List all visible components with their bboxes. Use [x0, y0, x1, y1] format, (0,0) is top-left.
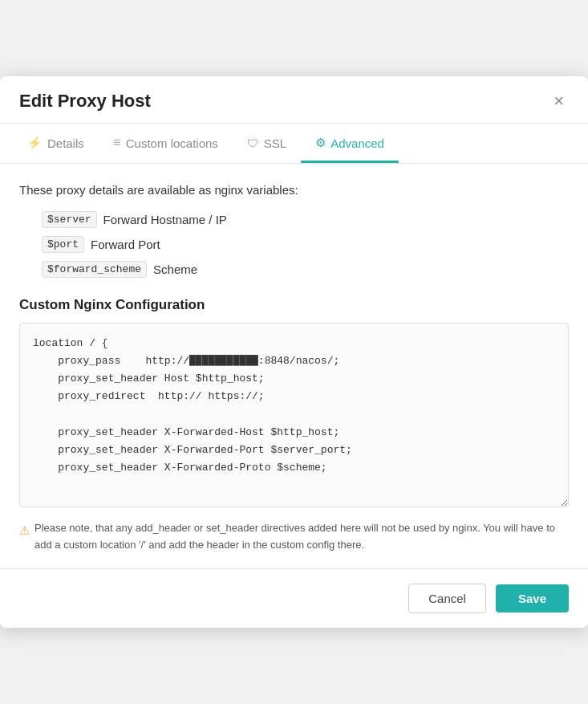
- cancel-button[interactable]: Cancel: [408, 584, 486, 613]
- modal-title: Edit Proxy Host: [19, 91, 151, 112]
- layers-icon: [113, 135, 121, 151]
- warning-text-content: Please note, that any add_header or set_…: [34, 520, 569, 554]
- save-button[interactable]: Save: [496, 584, 569, 612]
- tab-custom-locations-label: Custom locations: [126, 136, 218, 150]
- tab-advanced[interactable]: Advanced: [301, 124, 399, 163]
- nginx-config-textarea[interactable]: location / { proxy_pass http://█████████…: [19, 323, 569, 507]
- variable-item-port: $port Forward Port: [42, 236, 569, 253]
- shield-icon: [247, 136, 259, 150]
- intro-text: These proxy details are available as ngi…: [19, 183, 569, 197]
- variable-desc-port: Forward Port: [91, 238, 160, 251]
- tab-custom-locations[interactable]: Custom locations: [99, 124, 233, 163]
- variable-item-forward-scheme: $forward_scheme Scheme: [42, 261, 569, 278]
- tab-ssl-label: SSL: [264, 136, 286, 150]
- edit-proxy-host-modal: Edit Proxy Host × Details Custom locatio…: [0, 76, 588, 628]
- variable-item-server: $server Forward Hostname / IP: [42, 211, 569, 228]
- variable-desc-forward-scheme: Scheme: [153, 262, 197, 276]
- close-button[interactable]: ×: [549, 91, 569, 112]
- warning-icon: ⚠: [19, 521, 30, 540]
- tab-advanced-label: Advanced: [330, 136, 384, 150]
- variable-code-port: $port: [42, 236, 84, 253]
- tab-details[interactable]: Details: [13, 124, 99, 163]
- modal-body: These proxy details are available as ngi…: [0, 164, 588, 568]
- lightning-icon: [27, 136, 43, 150]
- modal-footer: Cancel Save: [0, 568, 588, 628]
- variable-code-server: $server: [42, 211, 97, 228]
- tab-ssl[interactable]: SSL: [233, 124, 301, 163]
- gear-icon: [315, 136, 326, 150]
- nginx-config-wrapper: location / { proxy_pass http://█████████…: [19, 323, 569, 511]
- warning-message: ⚠ Please note, that any add_header or se…: [19, 520, 569, 568]
- variable-desc-server: Forward Hostname / IP: [103, 213, 227, 226]
- modal-header: Edit Proxy Host ×: [0, 76, 588, 124]
- tab-bar: Details Custom locations SSL Advanced: [0, 124, 588, 164]
- variables-list: $server Forward Hostname / IP $port Forw…: [19, 211, 569, 278]
- tab-details-label: Details: [47, 136, 84, 150]
- section-title: Custom Nginx Configuration: [19, 297, 569, 313]
- variable-code-forward-scheme: $forward_scheme: [42, 261, 147, 278]
